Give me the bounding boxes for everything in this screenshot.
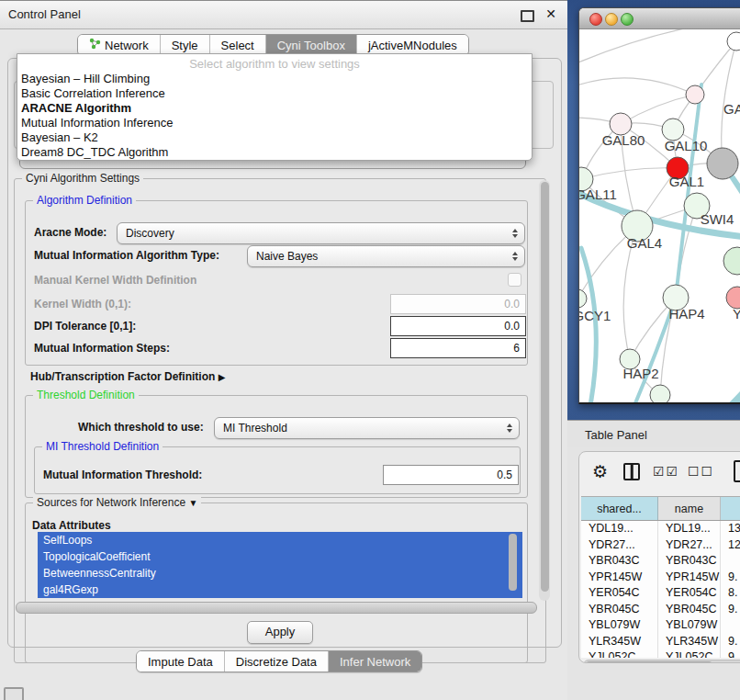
tab-style[interactable]: Style [160, 35, 209, 55]
hub-definition-toggle[interactable]: Hub/Transcription Factor Definition ▶ [30, 370, 225, 383]
table-row[interactable]: YJL052CYJL052C9 [581, 649, 740, 658]
table-row[interactable]: YDL19...YDL19...13 [581, 521, 740, 537]
table-scrollbar-thumb[interactable] [586, 661, 712, 663]
which-threshold-combobox[interactable]: MI Threshold [214, 417, 520, 439]
dpi-tolerance-label: DPI Tolerance [0,1]: [34, 320, 136, 333]
screen: Control Panel ✕ NetworkStyleSelectCyni T… [0, 0, 740, 700]
table-horizontal-scrollbar[interactable] [583, 660, 740, 663]
table-panel-titlebar: Table Panel [567, 420, 740, 449]
table-header-row: shared...name [581, 496, 740, 521]
tab-infer-network[interactable]: Infer Network [328, 651, 421, 672]
select-all-checkboxes-icon[interactable]: ☑☑ [653, 464, 679, 479]
network-node-gcy1[interactable] [579, 289, 587, 308]
table-cell: YJL052C [581, 649, 658, 658]
network-edge[interactable] [579, 78, 695, 95]
network-edge[interactable] [581, 168, 678, 179]
network-node[interactable] [723, 247, 740, 275]
algorithm-option[interactable]: Bayesian – Hill Climbing [17, 72, 532, 86]
table-row[interactable]: YER054CYER054C8. [581, 585, 740, 602]
tab-cyni-toolbox[interactable]: Cyni Toolbox [265, 35, 356, 55]
tab-label: Select [221, 39, 254, 52]
column-header-clipped[interactable] [721, 497, 740, 520]
network-canvas[interactable]: GALGAL80GAL10GAL1GAL11SWI4GAL4GCY1HAP4YH… [579, 29, 740, 402]
mi-algorithm-type-combobox[interactable]: Naive Bayes [247, 245, 525, 267]
network-node[interactable] [727, 32, 740, 51]
spinner-arrows-icon [512, 252, 518, 261]
mi-steps-field[interactable]: 6 [390, 338, 526, 358]
aracne-mode-combobox[interactable]: Discovery [117, 222, 525, 244]
kernel-width-field[interactable]: 0.0 [390, 294, 526, 314]
algorithm-option[interactable]: Mutual Information Inference [17, 116, 532, 130]
export-table-icon[interactable] [734, 460, 740, 482]
network-edge[interactable] [697, 388, 740, 402]
tab-label: Style [172, 39, 198, 52]
cyni-bottom-tabs: Impute DataDiscretize DataInfer Network [136, 650, 422, 672]
vertical-scrollbar[interactable] [539, 180, 550, 601]
node-label: GAL80 [602, 132, 645, 148]
gear-icon[interactable]: ⚙ [592, 461, 608, 482]
data-attribute-item[interactable]: BetweennessCentrality [38, 565, 522, 581]
table-cell: YPR145W [658, 570, 721, 586]
table-row[interactable]: YPR145WYPR145W9. [581, 570, 740, 586]
table-panel: ⚙ ☑☑ ☐☐ shared...name YDL19...YDL19...13… [567, 447, 740, 700]
table-cell: 8. [721, 585, 740, 602]
mi-threshold-field[interactable]: 0.5 [383, 465, 519, 485]
data-attributes-scrollbar[interactable] [509, 534, 517, 591]
tab-jactivemnodules[interactable]: jActiveMNodules [356, 35, 468, 55]
vertical-scrollbar-thumb[interactable] [541, 182, 549, 592]
columns-icon[interactable] [623, 463, 640, 480]
table-row[interactable]: YDR27...YDR27...12 [581, 537, 740, 554]
table-row[interactable]: YBL079WYBL079W [581, 617, 740, 634]
data-attribute-item[interactable]: TopologicalCoefficient [38, 548, 522, 565]
network-node[interactable] [650, 385, 670, 402]
table-cell: YBR045C [658, 602, 721, 618]
table-cell: YBR045C [581, 602, 658, 618]
horizontal-scrollbar[interactable] [16, 602, 537, 614]
algorithm-definition-title: Algorithm Definition [33, 194, 136, 207]
data-attribute-item[interactable]: gal4RGexp [38, 581, 522, 598]
column-header-shared...[interactable]: shared... [581, 497, 658, 520]
apply-button[interactable]: Apply [247, 621, 313, 644]
network-window-titlebar[interactable] [579, 8, 740, 29]
dpi-tolerance-field[interactable]: 0.0 [390, 316, 526, 336]
minimize-traffic-light-icon[interactable] [605, 13, 618, 26]
table-row[interactable]: YBR045CYBR045C9. [581, 602, 740, 618]
close-traffic-light-icon[interactable] [589, 13, 602, 26]
tab-select[interactable]: Select [209, 35, 265, 55]
tab-impute-data[interactable]: Impute Data [137, 651, 224, 672]
data-attribute-item[interactable]: SelfLoops [38, 532, 522, 548]
table-cell: YBL079W [581, 617, 658, 634]
data-attributes-list[interactable]: SelfLoopsTopologicalCoefficientBetweenne… [38, 532, 522, 598]
float-window-icon[interactable] [521, 10, 534, 22]
manual-kernel-width-checkbox[interactable] [508, 273, 521, 287]
kernel-width-label: Kernel Width (0,1): [34, 298, 131, 310]
sources-title-row[interactable]: Sources for Network Inference ▼ [33, 496, 201, 509]
tab-discretize-data[interactable]: Discretize Data [224, 651, 328, 672]
algorithm-option[interactable]: ARACNE Algorithm [17, 101, 532, 116]
mi-threshold-label: Mutual Information Threshold: [43, 469, 202, 481]
tab-network[interactable]: Network [78, 35, 160, 55]
node-label: GCY1 [579, 308, 611, 323]
table-row[interactable]: YBR043CYBR043C [581, 553, 740, 570]
node-label: GAL [723, 101, 740, 117]
network-edge[interactable] [579, 29, 708, 64]
deselect-all-checkboxes-icon[interactable]: ☐☐ [688, 464, 714, 479]
table-cell: 13 [721, 521, 740, 537]
node-label: GAL4 [627, 235, 662, 251]
zoom-traffic-light-icon[interactable] [621, 13, 633, 26]
close-icon[interactable]: ✕ [545, 6, 556, 21]
algorithm-option[interactable]: Bayesian – K2 [17, 130, 532, 145]
control-panel-title: Control Panel [8, 7, 81, 21]
network-node[interactable] [707, 148, 738, 179]
node-label: HAP4 [668, 306, 704, 322]
algorithm-option[interactable]: Basic Correlation Inference [17, 86, 532, 101]
network-view-window[interactable]: GALGAL80GAL10GAL1GAL11SWI4GAL4GCY1HAP4YH… [578, 7, 740, 404]
algorithm-popup-header: Select algorithm to view settings [17, 54, 532, 72]
network-node-gal[interactable] [686, 85, 704, 104]
minimized-panel-icon[interactable] [4, 687, 24, 700]
table-row[interactable]: YLR345WYLR345W9. [581, 634, 740, 650]
column-header-name[interactable]: name [658, 497, 721, 520]
algorithm-option[interactable]: Dream8 DC_TDC Algorithm [17, 145, 532, 160]
network-edge[interactable] [581, 248, 596, 402]
control-panel-titlebar: Control Panel ✕ [0, 1, 567, 29]
